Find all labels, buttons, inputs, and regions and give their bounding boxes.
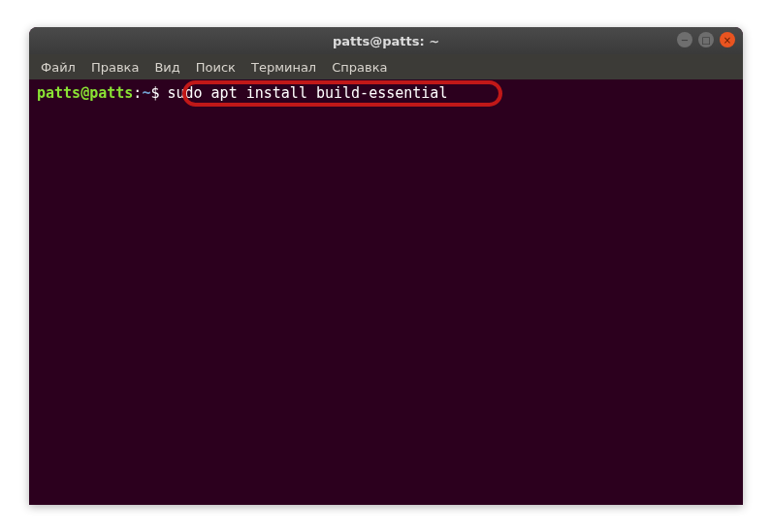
maximize-icon: □	[701, 35, 710, 46]
prompt-path: ~	[142, 83, 150, 104]
menu-file[interactable]: Файл	[33, 56, 83, 78]
minimize-icon: −	[681, 35, 689, 46]
prompt-colon: :	[133, 83, 142, 104]
window-title: patts@patts: ~	[333, 34, 439, 48]
menu-view[interactable]: Вид	[146, 56, 187, 78]
prompt-line: patts@patts:~$sudo apt install build-ess…	[37, 83, 735, 104]
minimize-button[interactable]: −	[677, 32, 692, 47]
menu-search[interactable]: Поиск	[188, 56, 243, 78]
menu-terminal[interactable]: Терминал	[243, 56, 324, 78]
menu-edit[interactable]: Правка	[83, 56, 146, 78]
menubar: Файл Правка Вид Поиск Терминал Справка	[29, 54, 743, 79]
terminal-window: patts@patts: ~ − □ × Файл Правка Вид Пои…	[29, 27, 743, 505]
maximize-button[interactable]: □	[698, 32, 714, 47]
window-controls: − □ ×	[677, 32, 735, 47]
prompt-dollar: $	[150, 83, 159, 104]
prompt-user-host: patts@patts	[37, 83, 133, 104]
close-icon: ×	[724, 35, 731, 46]
menu-help[interactable]: Справка	[324, 56, 395, 78]
close-button[interactable]: ×	[720, 32, 735, 47]
command-text: sudo apt install build-essential	[167, 83, 447, 104]
titlebar[interactable]: patts@patts: ~ − □ ×	[29, 27, 743, 54]
terminal-content[interactable]: patts@patts:~$sudo apt install build-ess…	[29, 79, 743, 108]
